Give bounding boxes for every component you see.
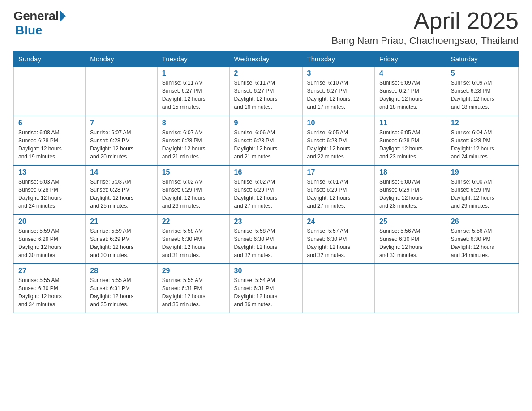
week-row-3: 13Sunrise: 6:03 AM Sunset: 6:28 PM Dayli…: [14, 165, 519, 214]
calendar-body: 1Sunrise: 6:11 AM Sunset: 6:27 PM Daylig…: [14, 67, 519, 313]
week-row-2: 6Sunrise: 6:08 AM Sunset: 6:28 PM Daylig…: [14, 116, 519, 165]
calendar-cell: 11Sunrise: 6:05 AM Sunset: 6:28 PM Dayli…: [374, 116, 446, 165]
calendar-header: SundayMondayTuesdayWednesdayThursdayFrid…: [14, 51, 519, 67]
day-info: Sunrise: 5:56 AM Sunset: 6:30 PM Dayligh…: [379, 227, 442, 259]
calendar-cell: 16Sunrise: 6:02 AM Sunset: 6:29 PM Dayli…: [229, 165, 302, 214]
day-number: 20: [18, 218, 81, 226]
week-row-1: 1Sunrise: 6:11 AM Sunset: 6:27 PM Daylig…: [14, 67, 519, 116]
calendar-cell: 26Sunrise: 5:56 AM Sunset: 6:30 PM Dayli…: [446, 214, 518, 264]
day-number: 5: [451, 69, 514, 77]
calendar-cell: 21Sunrise: 5:59 AM Sunset: 6:29 PM Dayli…: [86, 214, 157, 264]
day-info: Sunrise: 6:09 AM Sunset: 6:27 PM Dayligh…: [379, 79, 442, 111]
day-number: 10: [307, 119, 370, 127]
calendar-cell: 29Sunrise: 5:55 AM Sunset: 6:31 PM Dayli…: [157, 264, 229, 313]
day-number: 8: [162, 119, 225, 127]
week-row-5: 27Sunrise: 5:55 AM Sunset: 6:30 PM Dayli…: [14, 264, 519, 313]
day-info: Sunrise: 5:57 AM Sunset: 6:30 PM Dayligh…: [307, 227, 370, 259]
calendar-cell: 7Sunrise: 6:07 AM Sunset: 6:28 PM Daylig…: [86, 116, 157, 165]
day-info: Sunrise: 6:03 AM Sunset: 6:28 PM Dayligh…: [18, 178, 81, 210]
logo-arrow-icon: [60, 10, 66, 22]
day-number: 18: [379, 168, 442, 176]
day-number: 24: [307, 218, 370, 226]
day-info: Sunrise: 6:03 AM Sunset: 6:28 PM Dayligh…: [90, 178, 152, 210]
day-number: 7: [90, 119, 152, 127]
calendar-cell: 22Sunrise: 5:58 AM Sunset: 6:30 PM Dayli…: [157, 214, 229, 264]
location-title: Bang Nam Priao, Chachoengsao, Thailand: [331, 35, 519, 47]
calendar-cell: 24Sunrise: 5:57 AM Sunset: 6:30 PM Dayli…: [302, 214, 374, 264]
day-info: Sunrise: 5:58 AM Sunset: 6:30 PM Dayligh…: [234, 227, 298, 259]
day-number: 19: [451, 168, 514, 176]
calendar-cell: 4Sunrise: 6:09 AM Sunset: 6:27 PM Daylig…: [374, 67, 446, 116]
calendar-cell: [302, 264, 374, 313]
month-title: April 2025: [331, 9, 519, 32]
calendar-cell: 28Sunrise: 5:55 AM Sunset: 6:31 PM Dayli…: [86, 264, 157, 313]
calendar-cell: 30Sunrise: 5:54 AM Sunset: 6:31 PM Dayli…: [229, 264, 302, 313]
calendar-cell: 13Sunrise: 6:03 AM Sunset: 6:28 PM Dayli…: [14, 165, 86, 214]
week-row-4: 20Sunrise: 5:59 AM Sunset: 6:29 PM Dayli…: [14, 214, 519, 264]
day-info: Sunrise: 6:07 AM Sunset: 6:28 PM Dayligh…: [90, 128, 152, 161]
day-info: Sunrise: 5:59 AM Sunset: 6:29 PM Dayligh…: [90, 227, 152, 259]
day-info: Sunrise: 6:11 AM Sunset: 6:27 PM Dayligh…: [234, 79, 298, 111]
day-info: Sunrise: 5:55 AM Sunset: 6:31 PM Dayligh…: [90, 276, 152, 308]
calendar-cell: 14Sunrise: 6:03 AM Sunset: 6:28 PM Dayli…: [86, 165, 157, 214]
day-number: 29: [162, 267, 225, 275]
header: General Blue April 2025 Bang Nam Priao, …: [13, 9, 519, 47]
calendar-cell: [14, 67, 86, 116]
calendar-cell: 12Sunrise: 6:04 AM Sunset: 6:28 PM Dayli…: [446, 116, 518, 165]
day-info: Sunrise: 6:00 AM Sunset: 6:29 PM Dayligh…: [379, 178, 442, 210]
day-info: Sunrise: 5:56 AM Sunset: 6:30 PM Dayligh…: [451, 227, 514, 259]
calendar-cell: 3Sunrise: 6:10 AM Sunset: 6:27 PM Daylig…: [302, 67, 374, 116]
calendar-cell: 18Sunrise: 6:00 AM Sunset: 6:29 PM Dayli…: [374, 165, 446, 214]
day-info: Sunrise: 6:11 AM Sunset: 6:27 PM Dayligh…: [162, 79, 225, 111]
weekday-header-tuesday: Tuesday: [157, 51, 229, 67]
day-number: 9: [234, 119, 298, 127]
weekday-header-wednesday: Wednesday: [229, 51, 302, 67]
day-number: 1: [162, 69, 225, 77]
calendar-cell: 19Sunrise: 6:00 AM Sunset: 6:29 PM Dayli…: [446, 165, 518, 214]
calendar-cell: [446, 264, 518, 313]
day-info: Sunrise: 6:05 AM Sunset: 6:28 PM Dayligh…: [307, 128, 370, 161]
day-info: Sunrise: 5:54 AM Sunset: 6:31 PM Dayligh…: [234, 276, 298, 308]
day-info: Sunrise: 6:01 AM Sunset: 6:29 PM Dayligh…: [307, 178, 370, 210]
day-number: 4: [379, 69, 442, 77]
day-info: Sunrise: 5:58 AM Sunset: 6:30 PM Dayligh…: [162, 227, 225, 259]
day-info: Sunrise: 6:09 AM Sunset: 6:28 PM Dayligh…: [451, 79, 514, 111]
day-info: Sunrise: 5:55 AM Sunset: 6:31 PM Dayligh…: [162, 276, 225, 308]
day-info: Sunrise: 6:04 AM Sunset: 6:28 PM Dayligh…: [451, 128, 514, 161]
logo-blue-text: Blue: [15, 23, 43, 38]
logo-general-text: General: [13, 9, 59, 23]
calendar-cell: 25Sunrise: 5:56 AM Sunset: 6:30 PM Dayli…: [374, 214, 446, 264]
day-info: Sunrise: 6:10 AM Sunset: 6:27 PM Dayligh…: [307, 79, 370, 111]
calendar-cell: 5Sunrise: 6:09 AM Sunset: 6:28 PM Daylig…: [446, 67, 518, 116]
day-number: 13: [18, 168, 81, 176]
day-info: Sunrise: 6:02 AM Sunset: 6:29 PM Dayligh…: [234, 178, 298, 210]
day-info: Sunrise: 6:05 AM Sunset: 6:28 PM Dayligh…: [379, 128, 442, 161]
day-number: 23: [234, 218, 298, 226]
weekday-header-saturday: Saturday: [446, 51, 518, 67]
day-number: 30: [234, 267, 298, 275]
day-info: Sunrise: 6:00 AM Sunset: 6:29 PM Dayligh…: [451, 178, 514, 210]
day-number: 12: [451, 119, 514, 127]
calendar-cell: 23Sunrise: 5:58 AM Sunset: 6:30 PM Dayli…: [229, 214, 302, 264]
calendar-cell: 20Sunrise: 5:59 AM Sunset: 6:29 PM Dayli…: [14, 214, 86, 264]
weekday-header-sunday: Sunday: [14, 51, 86, 67]
calendar-cell: 15Sunrise: 6:02 AM Sunset: 6:29 PM Dayli…: [157, 165, 229, 214]
day-info: Sunrise: 6:07 AM Sunset: 6:28 PM Dayligh…: [162, 128, 225, 161]
day-number: 25: [379, 218, 442, 226]
day-number: 27: [18, 267, 81, 275]
day-info: Sunrise: 6:08 AM Sunset: 6:28 PM Dayligh…: [18, 128, 81, 161]
calendar-cell: 9Sunrise: 6:06 AM Sunset: 6:28 PM Daylig…: [229, 116, 302, 165]
day-info: Sunrise: 6:02 AM Sunset: 6:29 PM Dayligh…: [162, 178, 225, 210]
day-info: Sunrise: 6:06 AM Sunset: 6:28 PM Dayligh…: [234, 128, 298, 161]
day-info: Sunrise: 5:59 AM Sunset: 6:29 PM Dayligh…: [18, 227, 81, 259]
calendar-cell: 17Sunrise: 6:01 AM Sunset: 6:29 PM Dayli…: [302, 165, 374, 214]
day-number: 3: [307, 69, 370, 77]
calendar-cell: 27Sunrise: 5:55 AM Sunset: 6:30 PM Dayli…: [14, 264, 86, 313]
calendar-cell: 6Sunrise: 6:08 AM Sunset: 6:28 PM Daylig…: [14, 116, 86, 165]
day-number: 6: [18, 119, 81, 127]
title-area: April 2025 Bang Nam Priao, Chachoengsao,…: [331, 9, 519, 47]
calendar-cell: 1Sunrise: 6:11 AM Sunset: 6:27 PM Daylig…: [157, 67, 229, 116]
calendar-cell: 8Sunrise: 6:07 AM Sunset: 6:28 PM Daylig…: [157, 116, 229, 165]
calendar-cell: [86, 67, 157, 116]
weekday-header-monday: Monday: [86, 51, 157, 67]
